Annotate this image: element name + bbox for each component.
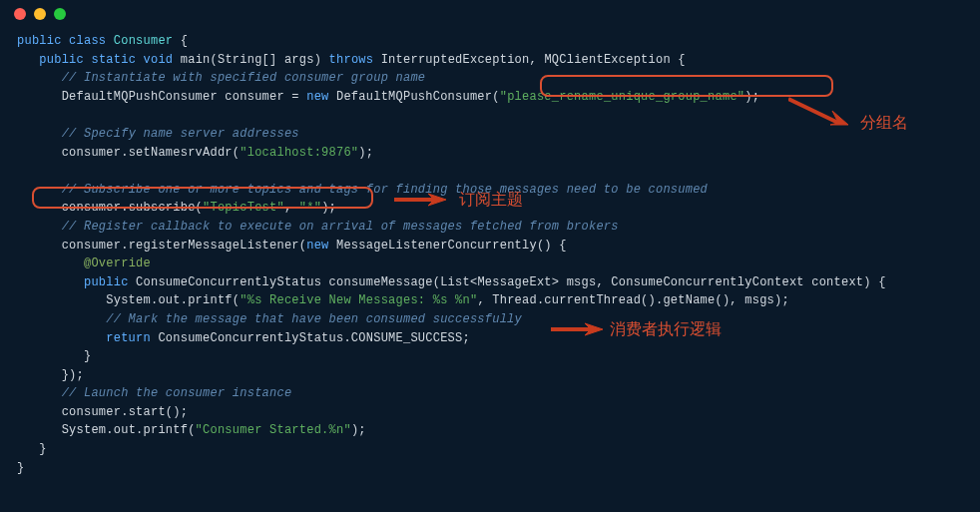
code-line: DefaultMQPushConsumer consumer = new Def… — [17, 88, 980, 107]
code-line: consumer.subscribe("TopicTest", "*"); — [17, 199, 980, 218]
string-literal: "TopicTest" — [203, 201, 284, 215]
comment: // Register callback to execute on arriv… — [62, 220, 619, 234]
keyword: void — [144, 53, 174, 67]
comment: // Subscribe one or more topics and tags… — [62, 183, 708, 197]
code-line: } — [17, 459, 980, 478]
method-sig: main(String[] args) — [173, 53, 328, 67]
maximize-icon[interactable] — [54, 8, 66, 20]
titlebar — [0, 0, 980, 28]
code-line: } — [17, 440, 980, 459]
code-line: public class Consumer { — [17, 32, 980, 51]
string-literal: "Consumer Started.%n" — [196, 423, 351, 437]
code-line: } — [17, 347, 980, 366]
comment: // Specify name server addresses — [62, 127, 299, 141]
brace: { — [173, 34, 188, 48]
code-line: // Mark the message that have been consu… — [17, 310, 980, 329]
keyword: static — [91, 53, 136, 67]
code-line: @Override — [17, 255, 980, 273]
class-name: Consumer — [114, 34, 174, 48]
code-line: // Instantiate with specified consumer g… — [17, 69, 980, 88]
string-literal: "please_rename_unique_group_name" — [500, 90, 745, 104]
throws-list: InterruptedException, MQClientException … — [373, 53, 686, 67]
minimize-icon[interactable] — [34, 8, 46, 20]
blank-line — [17, 106, 980, 125]
comment: // Mark the message that have been consu… — [106, 312, 522, 326]
code-line: consumer.setNamesrvAddr("localhost:9876"… — [17, 144, 980, 163]
string-literal: "localhost:9876" — [240, 146, 358, 160]
annotation: @Override — [84, 256, 151, 270]
keyword: public — [84, 275, 129, 289]
close-icon[interactable] — [14, 8, 26, 20]
code-window: public class Consumer { public static vo… — [0, 0, 980, 512]
string-literal: "*" — [299, 201, 321, 215]
code-line: System.out.printf("Consumer Started.%n")… — [17, 421, 980, 440]
code-line: consumer.start(); — [17, 403, 980, 422]
code-line: return ConsumeConcurrentlyStatus.CONSUME… — [17, 329, 980, 348]
keyword: new — [306, 239, 328, 253]
keyword: public — [17, 34, 62, 48]
blank-line — [17, 162, 980, 181]
code-line: // Specify name server addresses — [17, 125, 980, 144]
code-area: public class Consumer { public static vo… — [0, 28, 980, 477]
code-line: // Register callback to execute on arriv… — [17, 218, 980, 237]
code-line: public static void main(String[] args) t… — [17, 51, 980, 70]
comment: // Launch the consumer instance — [62, 386, 292, 400]
code-line: // Launch the consumer instance — [17, 384, 980, 403]
code-line: System.out.printf("%s Receive New Messag… — [17, 291, 980, 310]
code-line: }); — [17, 366, 980, 385]
comment: // Instantiate with specified consumer g… — [62, 71, 426, 85]
code-line: // Subscribe one or more topics and tags… — [17, 181, 980, 200]
code-line: consumer.registerMessageListener(new Mes… — [17, 237, 980, 256]
keyword: throws — [329, 53, 374, 67]
code-line: public ConsumeConcurrentlyStatus consume… — [17, 273, 980, 292]
keyword: public — [39, 53, 84, 67]
keyword: new — [306, 90, 328, 104]
keyword: class — [69, 34, 106, 48]
keyword: return — [106, 331, 151, 345]
string-literal: "%s Receive New Messages: %s %n" — [240, 293, 477, 307]
